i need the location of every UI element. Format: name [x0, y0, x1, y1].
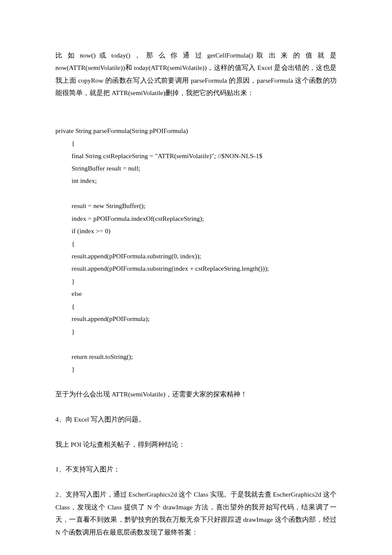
option-2: 2、支持写入图片，通过 EscherGraphics2d 这个 Class 实现… [55, 488, 337, 538]
option-1: 1、不支持写入图片； [55, 463, 337, 475]
code1-body: { final String cstReplaceString = "ATTR(… [55, 137, 337, 375]
spacer [55, 551, 337, 555]
attr-note: 至于为什么会出现 ATTR(semiVolatile)，还需要大家的探索精神！ [55, 388, 337, 400]
spacer [55, 425, 337, 438]
spacer [55, 112, 337, 124]
spacer [55, 375, 337, 387]
intro-paragraph-line1: 比 如 now() 或 today() ， 那 么 你 通 过 getCellF… [55, 49, 337, 61]
page-content: 比 如 now() 或 today() ， 那 么 你 通 过 getCellF… [0, 0, 392, 555]
spacer [55, 451, 337, 463]
forum-note: 我上 POI 论坛查相关帖子，得到两种结论： [55, 438, 337, 451]
spacer [55, 99, 337, 112]
spacer [55, 538, 337, 551]
spacer [55, 476, 337, 488]
code1-signature: private String parseFormula(String pPOIF… [55, 124, 337, 137]
question-4: 4、向 Excel 写入图片的问题。 [55, 413, 337, 425]
spacer [55, 400, 337, 413]
intro-paragraph-rest: now(ATTR(semiVolatile))和 today(ATTR(semi… [55, 61, 337, 99]
